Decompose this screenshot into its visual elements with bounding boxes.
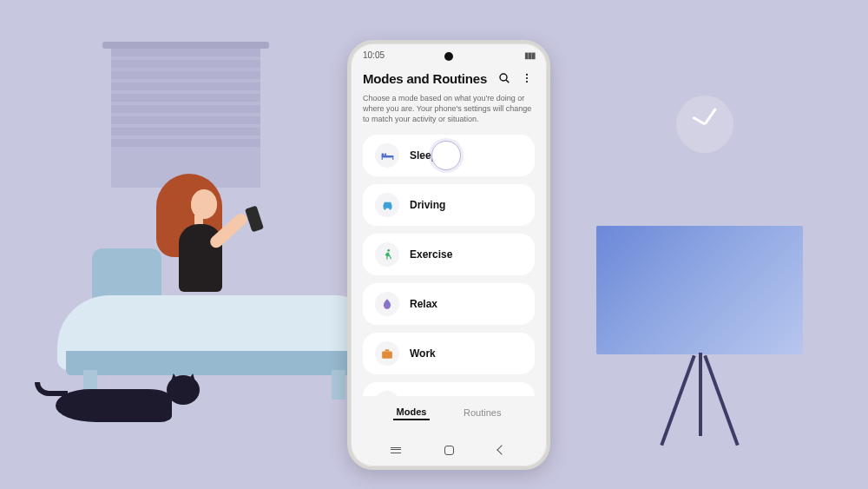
exercise-icon [375,242,399,267]
svg-point-12 [387,249,390,252]
wall-clock [676,96,733,153]
nav-recent-button[interactable] [388,444,404,456]
camera-notch [444,52,453,61]
cat [56,375,203,424]
system-nav-bar [351,439,547,461]
work-icon [375,341,399,366]
window-blinds [111,49,260,188]
page-title: Modes and Routines [363,71,490,86]
svg-rect-6 [381,153,384,156]
page-subtitle: Choose a mode based on what you're doing… [363,93,535,124]
mode-item-exercise[interactable]: Exercise [363,234,535,275]
tab-routines[interactable]: Routines [460,406,504,420]
svg-point-3 [526,77,528,79]
phone-frame: 10:05 ▮▮▮ Modes and Routines Choose a mo… [347,40,550,470]
search-icon[interactable] [496,70,512,86]
nav-home-button[interactable] [441,444,457,456]
svg-rect-13 [382,352,392,359]
driving-icon [375,193,399,217]
svg-rect-8 [392,157,393,160]
mode-item-sleep[interactable]: Sleep [363,135,535,176]
bottom-tabs: Modes Routines [363,396,535,424]
svg-point-4 [526,81,528,83]
svg-point-9 [384,153,386,155]
svg-rect-7 [381,157,382,160]
svg-point-10 [384,208,386,210]
tv [596,226,803,354]
nav-back-button[interactable] [494,444,510,456]
svg-point-0 [500,74,507,81]
mode-item-driving[interactable]: Driving [363,184,535,226]
sleep-icon [375,143,399,168]
svg-point-11 [389,208,391,210]
mode-label: Driving [410,199,445,211]
modes-list: Sleep Driving Exercise Relax [363,135,535,396]
mode-label: Exercise [410,248,452,261]
svg-point-2 [526,74,528,76]
person-on-phone [156,174,222,257]
mode-label: Sleep [410,149,437,162]
mode-item-work[interactable]: Work [363,333,535,374]
tab-modes[interactable]: Modes [393,405,431,420]
mode-label: Relax [410,298,437,310]
status-time: 10:05 [363,50,385,60]
mode-label: Work [410,347,436,360]
mode-item-add[interactable]: Add mode [363,382,535,396]
relax-icon [375,292,399,316]
more-icon[interactable] [519,70,535,86]
screen: Modes and Routines Choose a mode based o… [351,62,547,424]
mode-item-relax[interactable]: Relax [363,283,535,325]
status-signal-icon: ▮▮▮ [524,50,535,60]
svg-line-1 [506,80,509,83]
